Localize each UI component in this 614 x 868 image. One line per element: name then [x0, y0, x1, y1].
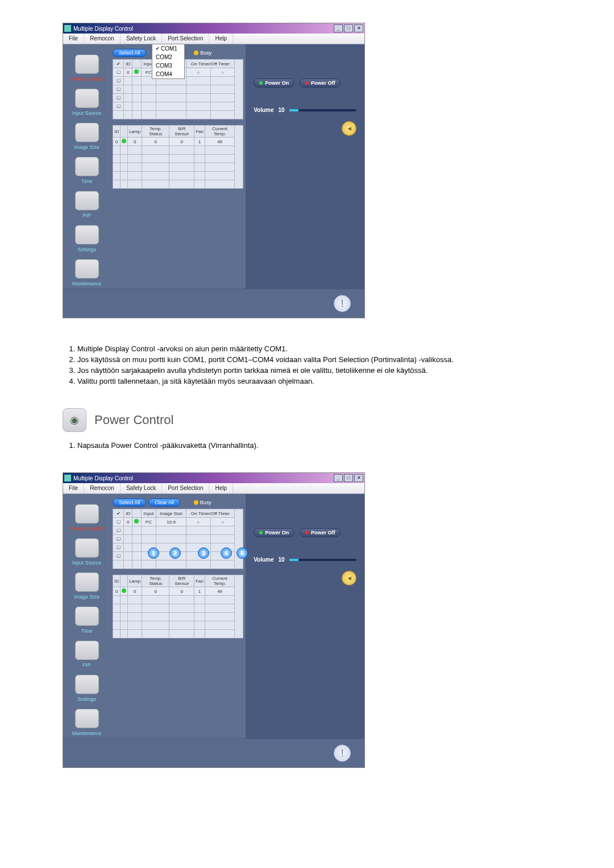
table-row — [113, 180, 243, 189]
col-id: ID — [113, 126, 121, 138]
table-row — [113, 560, 243, 569]
table-row[interactable]: 0 0 0 0 1 49 — [113, 138, 243, 146]
settings-icon[interactable] — [75, 675, 99, 694]
volume-label: Volume — [254, 107, 273, 113]
col-lamp: Lamp — [128, 575, 142, 587]
col-timer: On Timer/Off Timer — [186, 509, 234, 518]
menu-safety-lock[interactable]: Safety Lock — [121, 34, 162, 44]
pip-icon[interactable] — [75, 191, 99, 210]
table-row[interactable]: 0 0 0 0 1 49 — [113, 587, 243, 596]
footer: ! — [63, 289, 364, 318]
menu-file[interactable]: File — [63, 34, 84, 44]
col-id: ID — [124, 60, 132, 68]
select-all-button[interactable]: Select All — [113, 49, 146, 57]
sidebar-item-label: Power Control — [70, 526, 103, 531]
display-table: ✔ ID Input Image Size On Timer/Off Timer… — [113, 509, 243, 569]
menu-help[interactable]: Help — [209, 34, 233, 44]
time-icon[interactable] — [75, 607, 99, 626]
power-control-icon[interactable] — [75, 504, 99, 524]
busy-dot-icon — [194, 500, 198, 505]
power-control-icon[interactable] — [75, 55, 99, 74]
note-item: Valittu portti tallennetaan, ja sitä käy… — [77, 377, 551, 385]
col-br-sensor: B/R Sensor — [169, 575, 194, 587]
speaker-icon[interactable] — [342, 121, 356, 136]
status-dot-icon — [122, 588, 126, 593]
maximize-button[interactable]: □ — [344, 24, 353, 32]
scrollbar[interactable] — [235, 60, 243, 119]
close-button[interactable]: ✕ — [354, 474, 363, 482]
info-icon[interactable]: ! — [334, 295, 351, 312]
power-on-button[interactable]: Power On — [254, 528, 294, 537]
volume-slider[interactable] — [289, 559, 356, 561]
power-off-button[interactable]: Power Off — [300, 78, 341, 88]
power-on-dot-icon — [259, 531, 263, 534]
status-dot-icon — [122, 139, 126, 143]
volume-slider[interactable] — [289, 109, 356, 111]
col-status — [132, 60, 141, 68]
minimize-button[interactable]: _ — [334, 474, 343, 482]
maintenance-icon[interactable] — [75, 259, 99, 279]
busy-indicator: Busy — [194, 50, 211, 56]
volume-label: Volume — [254, 556, 273, 563]
menu-port-selection[interactable]: Port Selection — [162, 483, 209, 493]
clear-all-button[interactable]: Clear All — [148, 499, 180, 506]
section-title: Power Control — [94, 413, 173, 427]
power-on-button[interactable]: Power On — [254, 78, 294, 88]
menu-port-selection[interactable]: Port Selection — [162, 34, 209, 44]
menu-remocon[interactable]: Remocon — [84, 483, 121, 493]
app-screenshot-2: Multiple Display Control _ □ ✕ File Remo… — [63, 472, 365, 785]
sidebar-item-label: Maintenance — [72, 730, 102, 736]
scrollbar[interactable] — [235, 575, 243, 638]
port-option[interactable]: ✔COM1 — [152, 44, 184, 53]
port-option[interactable]: COM2 — [152, 53, 184, 61]
port-option[interactable]: COM3 — [152, 61, 184, 70]
sidebar: Power Control Input Source Image Size Ti… — [63, 44, 110, 289]
pip-icon[interactable] — [75, 641, 99, 660]
col-fan: Fan — [194, 575, 205, 587]
table-row — [113, 596, 243, 604]
power-on-dot-icon — [259, 81, 263, 85]
scrollbar[interactable] — [235, 509, 243, 569]
info-icon[interactable]: ! — [334, 745, 351, 762]
menu-safety-lock[interactable]: Safety Lock — [121, 483, 162, 493]
note-list-2: Napsauta Power Control -pääkuvaketta (Vi… — [63, 441, 551, 450]
sidebar-item-label: Time — [81, 628, 93, 634]
note-list-1: Multiple Display Control -arvoksi on alu… — [63, 344, 551, 385]
close-button[interactable]: ✕ — [354, 24, 363, 32]
col-image-size: Image Size — [156, 509, 186, 518]
sidebar-item-label: Input Source — [72, 560, 101, 566]
menu-remocon[interactable]: Remocon — [84, 34, 121, 44]
input-source-icon[interactable] — [75, 538, 99, 558]
port-option[interactable]: COM4 — [152, 70, 184, 78]
power-off-button[interactable]: Power Off — [300, 528, 341, 537]
footer: ! — [63, 738, 364, 767]
image-size-icon[interactable] — [75, 123, 99, 142]
maximize-button[interactable]: □ — [344, 474, 353, 482]
scrollbar[interactable] — [235, 126, 243, 189]
settings-icon[interactable] — [75, 225, 99, 244]
table-row — [113, 155, 243, 163]
col-status — [121, 575, 128, 587]
minimize-button[interactable]: _ — [334, 24, 343, 32]
note-item: Napsauta Power Control -pääkuvaketta (Vi… — [77, 441, 551, 450]
control-panel: Power On Power Off Volume 10 — [246, 494, 364, 738]
status-table: ID Lamp Temp. Status B/R Sensor Fan Curr… — [113, 125, 243, 189]
select-all-button[interactable]: Select All — [113, 499, 146, 506]
time-icon[interactable] — [75, 157, 99, 176]
status-dot-icon — [134, 69, 139, 74]
speaker-icon[interactable] — [342, 571, 356, 585]
col-status — [121, 126, 128, 138]
table-row: ☐ — [113, 526, 243, 535]
menubar: File Remocon Safety Lock Port Selection … — [63, 34, 364, 44]
image-size-icon[interactable] — [75, 572, 99, 592]
col-check: ✔ — [113, 60, 124, 68]
app-icon — [64, 25, 71, 32]
power-control-section-icon: ◉ — [63, 408, 86, 432]
menu-help[interactable]: Help — [209, 483, 233, 493]
table-row — [113, 111, 243, 119]
maintenance-icon[interactable] — [75, 709, 99, 728]
table-row[interactable]: ☐ 0 PC 16:9 ○ ○ — [113, 518, 243, 526]
input-source-icon[interactable] — [75, 89, 99, 108]
power-off-dot-icon — [305, 531, 309, 534]
menu-file[interactable]: File — [63, 483, 84, 493]
